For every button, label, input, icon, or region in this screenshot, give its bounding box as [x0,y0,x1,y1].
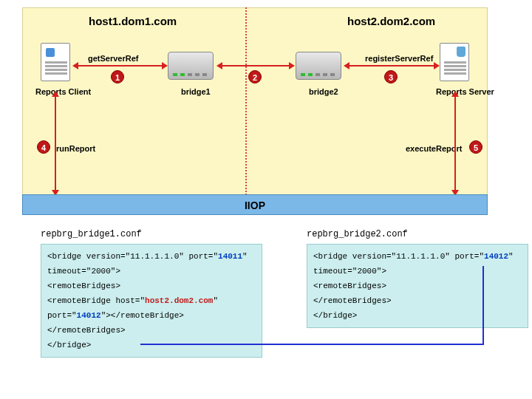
server-label: Reports Server [436,87,494,96]
host2-title: host2.dom2.com [347,15,435,27]
action-getserverref: getServerRef [88,54,138,63]
port-connector-rise [482,266,484,324]
step-badge-1: 1 [111,70,124,83]
reports-client-icon [41,43,70,81]
iiop-bar: IIOP [22,194,488,215]
action-executereport: executeReport [406,144,462,153]
diagram-canvas [22,7,488,207]
step-badge-4: 4 [37,140,50,154]
bridge1-icon [168,52,214,80]
conf2-block: <bridge version="11.1.1.1.0" port="14012… [307,244,528,328]
bridge1-label: bridge1 [181,87,211,96]
bridge2-icon [296,52,341,80]
action-runreport: runReport [56,144,95,153]
host1-title: host1.dom1.com [89,15,177,27]
step-badge-3: 3 [384,70,398,83]
client-label: Reports Client [35,87,91,96]
step-badge-5: 5 [469,140,482,154]
arrow-1 [78,65,163,66]
conf1-title: repbrg_bridge1.conf [41,229,142,239]
bridge2-label: bridge2 [309,87,338,96]
arrow-4 [55,96,56,191]
conf1-remote-host: host2.dom2.com [145,296,213,305]
conf1-port: 14011 [218,252,242,261]
arrow-5 [454,96,456,191]
conf1-remote-port: 14012 [77,311,101,320]
action-registerserverref: registerServerRef [365,54,433,63]
arrow-3 [349,65,434,66]
port-connector-line [140,323,484,345]
conf2-title: repbrg_bridge2.conf [307,229,408,239]
reports-server-icon [440,43,469,81]
domain-divider [245,7,247,207]
conf2-port: 14012 [484,252,508,261]
arrow-2 [222,65,290,66]
step-badge-2: 2 [248,70,262,83]
